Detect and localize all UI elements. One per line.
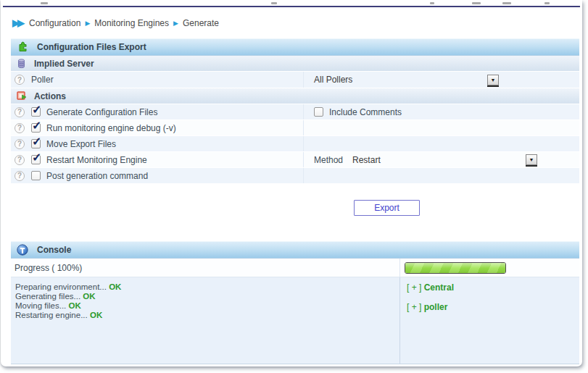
section-title: Actions	[34, 91, 66, 101]
export-button[interactable]: Export	[354, 200, 420, 216]
generate-files-checkbox[interactable]	[31, 107, 41, 117]
poller-label: Poller	[31, 75, 54, 85]
run-actions-icon	[16, 91, 27, 101]
help-icon[interactable]: ?	[15, 123, 25, 133]
export-panel-header: Configuration Files Export	[11, 38, 579, 56]
breadcrumb-item-configuration[interactable]: Configuration	[29, 18, 80, 28]
action-row-debug: ? Run monitoring engine debug (-v)	[11, 120, 579, 136]
console-log: Preparing environment... OK Generating f…	[11, 277, 400, 364]
action-row-restart: ? Restart Monitoring Engine Method Resta…	[11, 152, 579, 168]
server-name: Central	[424, 282, 454, 293]
double-arrow-icon: ▶▶	[12, 17, 22, 28]
help-icon[interactable]: ?	[15, 155, 25, 165]
ok-status: OK	[109, 282, 121, 291]
action-label: Run monitoring engine debug (-v)	[46, 123, 176, 133]
log-line: Generating files... OK	[15, 292, 399, 301]
help-icon[interactable]: ?	[15, 139, 25, 149]
expand-icon[interactable]: [ + ]	[407, 282, 421, 293]
database-icon	[16, 58, 27, 69]
poller-row: ? Poller All Pollers ▼	[11, 72, 579, 88]
server-expander-poller[interactable]: [ + ] poller	[407, 302, 579, 312]
action-label: Restart Monitoring Engine	[46, 155, 147, 165]
action-label: Generate Configuration Files	[46, 107, 157, 117]
method-label: Method	[314, 155, 343, 165]
post-generation-checkbox[interactable]	[31, 171, 41, 180]
log-line: Preparing environment... OK	[15, 282, 399, 292]
method-select[interactable]: Restart ▼	[352, 154, 537, 165]
breadcrumb: ▶▶ Configuration ▶ Monitoring Engines ▶ …	[1, 7, 582, 38]
run-debug-checkbox[interactable]	[31, 123, 41, 133]
console-sphere-icon	[17, 244, 28, 256]
content-card: ▶▶ Configuration ▶ Monitoring Engines ▶ …	[1, 0, 582, 366]
cropped-toolbar-artifacts	[1, 1, 582, 5]
ok-status: OK	[83, 292, 95, 301]
implied-server-section-header: Implied Server	[11, 56, 579, 72]
server-results: [ + ] Central [ + ] poller	[400, 277, 579, 364]
method-select-value: Restart	[352, 155, 381, 165]
action-row-postcmd: ? Post generation command	[11, 168, 579, 184]
export-button-area: Export	[11, 184, 579, 241]
include-comments-label: Include Comments	[329, 107, 402, 117]
action-label: Post generation command	[46, 171, 148, 181]
expand-icon[interactable]: [ + ]	[407, 302, 421, 312]
actions-section-header: Actions	[11, 88, 579, 104]
poller-select[interactable]: All Pollers ▼	[314, 75, 499, 85]
puzzle-icon	[17, 41, 28, 53]
progress-label: Progress ( 100%)	[15, 263, 82, 273]
progress-bar	[405, 262, 506, 274]
panel-title: Configuration Files Export	[37, 42, 146, 52]
panel-title: Console	[37, 245, 71, 255]
breadcrumb-item-monitoring-engines[interactable]: Monitoring Engines	[94, 18, 169, 28]
include-comments-checkbox[interactable]	[314, 107, 323, 117]
progress-row: Progress ( 100%)	[11, 259, 579, 277]
help-icon[interactable]: ?	[15, 171, 25, 181]
console-log-area: Preparing environment... OK Generating f…	[11, 277, 579, 364]
server-name: poller	[424, 302, 448, 312]
action-label: Move Export Files	[46, 139, 116, 149]
log-line: Restarting engine... OK	[15, 311, 399, 320]
action-row-move: ? Move Export Files	[11, 136, 579, 152]
console-panel: Console Progress ( 100%) Preparing envir…	[11, 241, 579, 364]
arrow-right-icon: ▶	[80, 20, 94, 27]
console-header: Console	[11, 241, 579, 259]
section-title: Implied Server	[34, 59, 94, 69]
help-icon[interactable]: ?	[15, 107, 25, 117]
poller-select-value: All Pollers	[314, 75, 352, 85]
ok-status: OK	[69, 301, 81, 310]
ok-status: OK	[90, 311, 102, 319]
chevron-down-icon[interactable]: ▼	[526, 154, 537, 165]
restart-engine-checkbox[interactable]	[31, 155, 41, 164]
breadcrumb-item-generate[interactable]: Generate	[183, 18, 219, 28]
export-form: Configuration Files Export Implied Serve…	[11, 38, 579, 241]
chevron-down-icon[interactable]: ▼	[487, 75, 499, 85]
action-row-generate: ? Generate Configuration Files Include C…	[11, 104, 579, 120]
arrow-right-icon: ▶	[169, 20, 183, 27]
log-line: Moving files... OK	[15, 301, 399, 311]
help-icon[interactable]: ?	[15, 75, 25, 85]
server-expander-central[interactable]: [ + ] Central	[407, 282, 579, 293]
move-files-checkbox[interactable]	[31, 139, 41, 148]
